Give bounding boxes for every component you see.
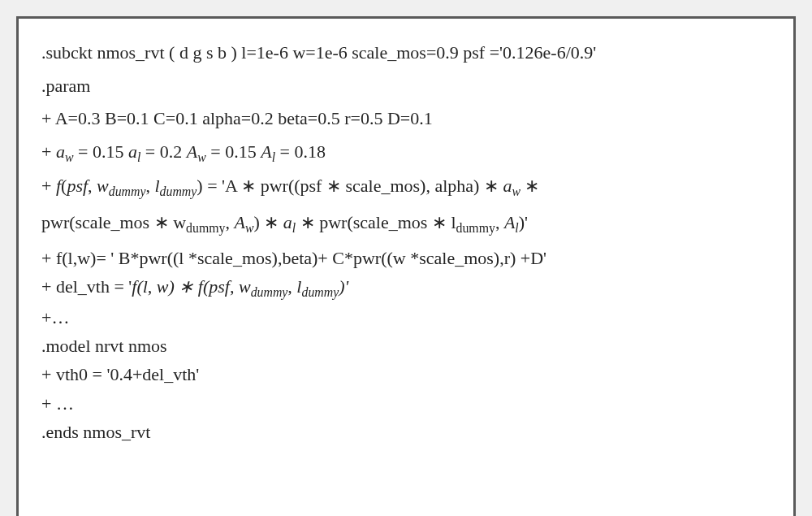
prefix: + del_vth = ' (41, 276, 132, 297)
l-dummy: ldummy (154, 176, 197, 196)
cap-a-sub-l: Al (504, 212, 519, 232)
cap-al-val: = 0.18 (275, 141, 326, 162)
line-f-psf-start: + f(psf, wdummy, ldummy) = 'A ∗ pwr((psf… (41, 170, 771, 204)
aw-val: = 0.15 (73, 141, 127, 162)
line-constants: + A=0.3 B=0.1 C=0.1 alpha=0.2 beta=0.5 r… (41, 102, 771, 136)
cap-a-sub-w: Aw (187, 141, 206, 162)
line-flw: + f(l,w)= ' B*pwr((l *scale_mos),beta)+ … (41, 244, 771, 272)
mid: ) ∗ (253, 212, 283, 232)
line-model: .model nrvt nmos (41, 332, 771, 360)
line-ellipsis-2: + … (41, 389, 771, 418)
line-ellipsis-1: +… (41, 303, 771, 332)
cap-a-sub-l: Al (261, 141, 275, 162)
prefix: + (41, 141, 56, 162)
line-ends: .ends nmos_rvt (41, 418, 771, 446)
prefix: + (41, 176, 56, 196)
comma: , (287, 276, 296, 297)
line-aw-al: + aw = 0.15 al = 0.2 Aw = 0.15 Al = 0.18 (41, 136, 771, 170)
line-f-psf-cont: pwr(scale_mos ∗ wdummy, Aw) ∗ al ∗ pwr(s… (41, 206, 771, 241)
line-subckt: .subckt nmos_rvt ( d g s b ) l=1e-6 w=1e… (41, 37, 771, 70)
psf: psf (67, 176, 88, 196)
end: )' (519, 212, 528, 232)
eq-expr: ) = 'A ∗ pwr((psf ∗ scale_mos), alpha) ∗ (197, 176, 503, 196)
sub-dummy: dummy (456, 222, 495, 236)
cap-a-sub-w: Aw (234, 212, 253, 232)
comma: , (495, 212, 504, 232)
a-sub-w: aw (503, 176, 520, 196)
end: )' (339, 276, 348, 297)
flw-expr: f(l, w) ∗ f(psf, w (132, 276, 250, 297)
pwr-wdummy: pwr(scale_mos ∗ w (41, 212, 186, 232)
sub-dummy: dummy (301, 286, 339, 300)
al-val: = 0.2 (140, 141, 186, 162)
comma: , (225, 212, 234, 232)
code-document: .subckt nmos_rvt ( d g s b ) l=1e-6 w=1e… (16, 16, 796, 516)
sub-dummy: dummy (186, 222, 225, 236)
sub-dummy: dummy (251, 286, 288, 300)
comma: , (145, 176, 154, 196)
a-sub-l: al (283, 212, 296, 232)
line-param: .param (41, 70, 771, 103)
comma: , (88, 176, 97, 196)
times: ∗ (520, 176, 540, 196)
cap-aw-val: = 0.15 (206, 141, 261, 162)
a-sub-l: al (128, 141, 140, 162)
line-del-vth: + del_vth = 'f(l, w) ∗ f(psf, wdummy, ld… (41, 272, 771, 303)
line-vth0: + vth0 = '0.4+del_vth' (41, 360, 771, 388)
a-sub-w: aw (56, 141, 74, 162)
mid2: ∗ pwr(scale_mos ∗ l (296, 212, 456, 232)
w-dummy: wdummy (97, 176, 145, 196)
